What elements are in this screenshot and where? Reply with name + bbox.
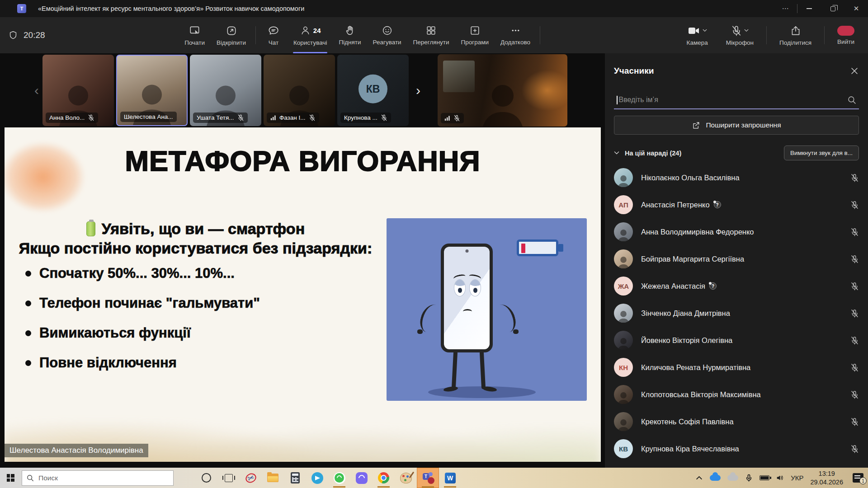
mic-off-icon [850, 390, 859, 399]
participant-list: Ніколаєнко Ольга Василівна АП Анастасія … [614, 164, 859, 462]
toolbar-apps-button[interactable]: Програми [455, 17, 495, 53]
onedrive-icon[interactable] [710, 475, 721, 481]
taskbar-taskview-button[interactable] [217, 468, 240, 488]
participant-row[interactable]: КН Киличова Рената Нурмиратівна [614, 354, 859, 381]
share-icon [790, 25, 802, 37]
video-tile[interactable]: Ушата Тетя... [190, 55, 261, 126]
participant-name: Клопотовська Вікторія Максимівна [641, 390, 761, 399]
notification-center-icon[interactable]: 1 [853, 473, 863, 483]
taskbar-viber-button[interactable] [350, 468, 373, 488]
participant-row[interactable]: КВ Крупнова Кіра Вячеславівна [614, 435, 859, 462]
avatar [614, 331, 633, 350]
language-indicator[interactable]: УКР [791, 474, 803, 482]
toolbar-camera-button[interactable]: Камера [678, 17, 717, 53]
toolbar-start-button[interactable]: Почати [179, 17, 211, 53]
taskbar-teams-button[interactable] [417, 468, 439, 488]
start-button[interactable] [0, 468, 21, 488]
participant-name: Жежела Анастасія [641, 282, 705, 291]
window-more-button[interactable]: ⋯ [774, 0, 797, 17]
toolbar-more-button[interactable]: Додатково [495, 17, 536, 53]
close-panel-icon[interactable] [850, 66, 859, 75]
divider [540, 26, 540, 44]
participant-row[interactable]: Зінченко Діана Дмитрівна [614, 300, 859, 327]
video-tile[interactable]: Шелестова Ана... [116, 55, 188, 126]
taskbar-snipping-button[interactable]: ✂ [240, 468, 262, 488]
participant-row[interactable]: Ніколаєнко Ольга Василівна [614, 164, 859, 191]
taskbar-explorer-button[interactable] [262, 468, 284, 488]
toolbar-raise-hand-button[interactable]: Підняти [333, 17, 367, 53]
participant-row[interactable]: Клопотовська Вікторія Максимівна [614, 381, 859, 408]
paint-icon [400, 473, 412, 483]
meeting-stage: ‹ Анна Воло... Шелестова А [0, 53, 605, 468]
text-caret [617, 96, 618, 104]
taskbar-paint-button[interactable] [395, 468, 417, 488]
battery-icon[interactable] [760, 475, 769, 480]
taskbar-chrome-button[interactable] [373, 468, 395, 488]
mic-off-icon [88, 114, 94, 121]
participant-name: Крекотень Софія Павлівна [641, 418, 734, 426]
participant-row[interactable]: ЖА Жежела Анастасія [614, 272, 859, 300]
window-light [443, 61, 475, 92]
video-tile[interactable]: КВ Крупнова ... [337, 55, 409, 126]
participant-name: Крупнова Кіра Вячеславівна [641, 445, 739, 453]
taskbar-word-button[interactable] [439, 468, 461, 488]
video-tile[interactable]: Фазан І... [264, 55, 335, 126]
taskbar-whatsapp-button[interactable] [328, 468, 350, 488]
taskbar-apps: ✂ [195, 468, 461, 488]
toolbar-label: Чат [269, 39, 278, 46]
participant-row[interactable]: АП Анастасія Петренко [614, 191, 859, 218]
tray-expand-icon[interactable] [695, 474, 703, 482]
onedrive-personal-icon[interactable] [727, 475, 738, 481]
taskbar-clock[interactable]: 13:19 29.04.2026 [810, 469, 843, 487]
search-icon [848, 96, 856, 104]
chevron-down-icon [703, 29, 707, 32]
avatar-initials: АП [618, 201, 628, 209]
spotlight-video-tile[interactable] [438, 54, 567, 127]
toolbar-mic-button[interactable]: Мікрофон [717, 17, 763, 53]
mute-all-button[interactable]: Вимкнути звук для в... [784, 145, 859, 160]
taskbar-calculator-button[interactable] [284, 468, 306, 488]
tray-mic-icon[interactable] [745, 474, 753, 482]
toolbar-unpin-button[interactable]: Відкріпити [211, 17, 252, 53]
toolbar-label: Поділитися [779, 39, 811, 46]
taskbar-search-input[interactable]: Поиск [22, 470, 174, 486]
meeting-timer: 20:28 [8, 17, 45, 53]
shared-presentation-slide: МЕТАФОРА ВИГОРАННЯ Уявіть, що ви — смарт… [5, 127, 601, 462]
person-silhouette-icon [616, 309, 631, 323]
taskbar-telegram-button[interactable] [306, 468, 328, 488]
toolbar-share-button[interactable]: Поділитися [770, 17, 821, 53]
participant-row[interactable]: Бойправ Маргарита Сергіївна [614, 245, 859, 272]
toolbar-chat-button[interactable]: Чат [259, 17, 288, 53]
taskbar-search-placeholder: Поиск [38, 474, 58, 482]
participant-row[interactable]: Йовенко Вікторія Олегівна [614, 327, 859, 354]
search-icon [27, 474, 34, 482]
person-silhouette-icon [476, 77, 530, 127]
tile-name: Анна Воло... [49, 114, 85, 121]
smartphone-illustration [387, 218, 587, 401]
toolbar-leave-button[interactable]: Вийти [828, 17, 863, 53]
participant-row[interactable]: Крекотень Софія Павлівна [614, 408, 859, 435]
tile-status-pill [441, 113, 464, 123]
taskbar-cortana-button[interactable] [195, 468, 217, 488]
participant-row[interactable]: Анна Володимирівна Федоренко [614, 218, 859, 245]
video-tile[interactable]: Анна Воло... [42, 55, 114, 126]
close-window-button[interactable]: ✕ [844, 0, 868, 17]
teams-logo-icon [17, 4, 26, 13]
tile-name: Крупнова ... [344, 114, 377, 121]
shield-icon [8, 30, 18, 40]
participant-search-input[interactable]: Введіть ім’я [614, 91, 859, 109]
chevron-down-icon[interactable] [614, 151, 619, 155]
toolbar-react-button[interactable]: Реагувати [367, 17, 407, 53]
participant-name: Ніколаєнко Ольга Василівна [641, 174, 740, 182]
avatar-initials: КВ [619, 445, 628, 453]
toolbar-participants-button[interactable]: 24 Користувачі [288, 17, 333, 53]
strip-next-icon[interactable]: › [412, 83, 424, 98]
volume-icon[interactable] [776, 474, 784, 482]
tile-name-pill: Шелестова Ана... [120, 112, 177, 122]
slide-bullet-list: Спочатку 50%... 30%... 10%... Телефон по… [25, 258, 260, 378]
share-invite-button[interactable]: Поширити запрошення [614, 116, 859, 135]
minimize-button[interactable] [797, 0, 821, 17]
strip-prev-icon[interactable]: ‹ [31, 83, 42, 98]
toolbar-view-button[interactable]: Переглянути [407, 17, 455, 53]
restore-button[interactable] [821, 0, 844, 17]
